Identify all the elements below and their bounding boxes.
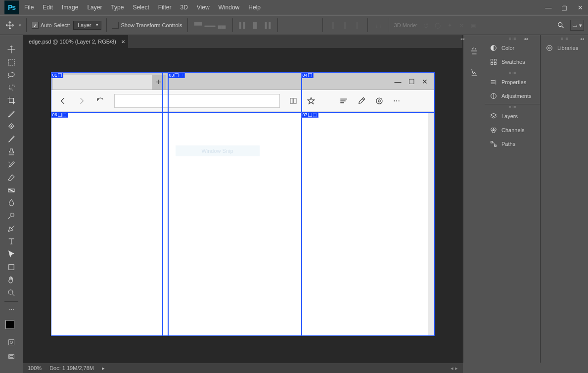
menu-3d[interactable]: 3D — [176, 4, 192, 11]
menu-window[interactable]: Window — [214, 4, 244, 11]
hub-icon — [337, 94, 350, 107]
color-swatches[interactable] — [4, 319, 18, 333]
svg-point-6 — [8, 290, 13, 294]
screen-mode[interactable] — [5, 352, 18, 363]
dist-bottom-icon: ═ — [307, 20, 317, 31]
document-tab[interactable]: edge.psd @ 100% (Layer 2, RGB/8) ✕ — [23, 35, 128, 48]
distribute-h-group: ║ ║ ║ — [328, 20, 362, 31]
dodge-tool[interactable] — [5, 209, 18, 222]
align-left-icon[interactable]: ▌▌ — [238, 20, 249, 31]
svg-rect-10 — [10, 356, 13, 358]
workspace-switcher[interactable]: ▭ ▾ — [570, 20, 584, 31]
align-bottom-icon[interactable]: ▄▄ — [217, 20, 227, 31]
svg-rect-22 — [491, 141, 493, 143]
document-tabs: edge.psd @ 100% (Layer 2, RGB/8) ✕ — [23, 35, 462, 48]
right-panels: ◂◂ ◂◂ ⠿⠿⠿ Color Swatches ⠿⠿⠿ Properties … — [462, 35, 588, 363]
menu-type[interactable]: Type — [106, 4, 128, 11]
share-icon — [373, 94, 386, 107]
brush-tool[interactable] — [5, 133, 18, 145]
window-controls: — ▢ ✕ — [541, 0, 588, 15]
3d-pan-icon: ✦ — [444, 20, 455, 31]
heal-tool[interactable] — [5, 120, 18, 133]
panel-channels[interactable]: Channels — [485, 123, 540, 137]
slice-07[interactable]: 07⬚ — [301, 112, 318, 118]
search-icon[interactable] — [554, 19, 567, 32]
window-close[interactable]: ✕ — [572, 0, 588, 15]
history-brush-tool[interactable] — [5, 158, 18, 171]
eraser-tool[interactable] — [5, 171, 18, 184]
auto-select-checkbox[interactable]: ✓Auto-Select: — [32, 22, 70, 29]
menu-help[interactable]: Help — [244, 4, 265, 11]
close-tab-icon[interactable]: ✕ — [121, 39, 125, 45]
lasso-tool[interactable] — [5, 69, 18, 82]
pen-tool[interactable] — [5, 222, 18, 235]
show-transform-checkbox[interactable]: Show Transform Controls — [112, 22, 182, 29]
browser-toolbar: ⋯ — [51, 90, 435, 112]
edit-toolbar[interactable]: ⋯ — [5, 304, 18, 317]
menu-view[interactable]: View — [192, 4, 214, 11]
window-minimize[interactable]: — — [541, 0, 556, 15]
close-icon: ✕ — [422, 78, 428, 86]
status-flyout-icon[interactable]: ▸ — [102, 365, 105, 372]
device-preview-icon[interactable] — [468, 67, 480, 79]
move-tool[interactable] — [5, 43, 18, 56]
menu-select[interactable]: Select — [128, 4, 153, 11]
align-vcenter-icon[interactable]: ▬▬ — [205, 20, 216, 31]
gradient-tool[interactable] — [5, 184, 18, 197]
foreground-color[interactable] — [5, 320, 14, 329]
3d-slide-icon: ⤧ — [456, 20, 467, 31]
panel-color[interactable]: Color — [485, 41, 540, 55]
align-right-icon[interactable]: ▐▐ — [262, 20, 272, 31]
minimize-icon: — — [395, 78, 402, 86]
3d-orbit-icon: ⭯ — [420, 20, 431, 31]
slice-01[interactable]: 01 — [51, 72, 63, 78]
panel-libraries[interactable]: Libraries — [541, 41, 588, 55]
align-hcenter-icon[interactable]: ▐▌ — [250, 20, 261, 31]
menu-edit[interactable]: Edit — [38, 4, 57, 11]
3d-camera-icon: ▣ — [468, 20, 479, 31]
shape-tool[interactable] — [5, 261, 18, 274]
svg-rect-14 — [491, 59, 493, 61]
marquee-tool[interactable] — [5, 56, 18, 69]
title-bar: Ps File Edit Image Layer Type Select Fil… — [0, 0, 588, 15]
doc-size[interactable]: Doc: 1,19M/2,78M — [49, 365, 94, 371]
menu-filter[interactable]: Filter — [154, 4, 176, 11]
crop-tool[interactable] — [5, 94, 18, 107]
status-bar: 100% Doc: 1,19M/2,78M ▸ ◂ ▸ — [23, 363, 463, 373]
panel-properties[interactable]: Properties — [485, 75, 540, 89]
align-top-icon[interactable]: ▀▀ — [193, 20, 204, 31]
quick-mask-toggle[interactable] — [5, 337, 18, 348]
zoom-tool[interactable] — [5, 286, 18, 299]
stamp-tool[interactable] — [5, 145, 18, 158]
panel-swatches[interactable]: Swatches — [485, 55, 540, 69]
eyedropper-tool[interactable] — [5, 107, 18, 120]
align-left-group: ▌▌ ▐▌ ▐▐ — [238, 20, 272, 31]
window-maximize[interactable]: ▢ — [556, 0, 572, 15]
back-icon — [56, 94, 70, 108]
slice-04[interactable]: 04 — [301, 72, 314, 78]
canvas[interactable]: 01 03⬚ 04 06⬚ 07⬚ + — ☐ ✕ — [50, 72, 435, 336]
panel-group-main: ◂◂ ⠿⠿⠿ Color Swatches ⠿⠿⠿ Properties Adj… — [485, 35, 540, 363]
collapsed-panel-col-1: ◂◂ — [463, 35, 485, 363]
history-panel-icon[interactable] — [468, 45, 480, 57]
menu-layer[interactable]: Layer — [83, 4, 106, 11]
auto-select-target[interactable]: Layer — [73, 21, 102, 30]
type-tool[interactable] — [5, 235, 18, 248]
hand-tool[interactable] — [5, 274, 18, 286]
dist-right-icon: ║ — [352, 20, 362, 31]
svg-point-4 — [10, 213, 14, 217]
quick-select-tool[interactable] — [5, 82, 18, 94]
panel-adjustments[interactable]: Adjustments — [485, 89, 540, 103]
menu-image[interactable]: Image — [57, 4, 83, 11]
zoom-level[interactable]: 100% — [28, 365, 42, 371]
slice-06[interactable]: 06⬚ — [51, 112, 68, 118]
url-bar — [114, 94, 280, 108]
panel-layers[interactable]: Layers — [485, 109, 540, 123]
path-select-tool[interactable] — [5, 248, 18, 261]
slice-03[interactable]: 03⬚ — [168, 72, 185, 78]
svg-rect-9 — [9, 355, 14, 359]
svg-point-12 — [378, 99, 380, 102]
panel-paths[interactable]: Paths — [485, 137, 540, 151]
menu-file[interactable]: File — [20, 4, 38, 11]
blur-tool[interactable] — [5, 197, 18, 210]
